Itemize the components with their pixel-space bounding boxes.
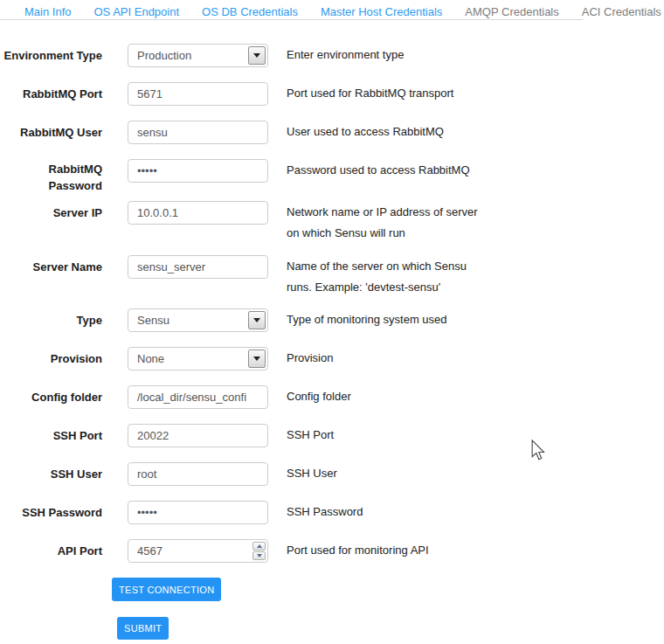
rabbitmq-port-input[interactable] <box>128 82 268 106</box>
field-control: None <box>128 347 287 370</box>
api-port-field <box>128 539 268 563</box>
ssh-password-label: SSH Password <box>0 501 128 524</box>
ssh-user-label: SSH User <box>0 462 128 486</box>
environment-type-help: Enter environment type <box>287 44 483 67</box>
spinner-up-icon[interactable] <box>252 542 266 551</box>
type-label: Type <box>0 308 128 332</box>
form-row: Config folder Config folder <box>0 385 664 409</box>
field-control <box>128 82 287 106</box>
api-port-help: Port used for monitoring API <box>287 539 483 563</box>
tab-os-api-endpoint[interactable]: OS API Endpoint <box>93 2 179 22</box>
field-control <box>128 121 287 144</box>
dropdown-arrow-icon[interactable] <box>248 46 266 65</box>
ssh-password-input[interactable] <box>128 501 268 524</box>
tab-bar: Main InfoOS API EndpointOS DB Credential… <box>0 0 664 24</box>
provision-select[interactable]: None <box>128 347 268 370</box>
form-row: RabbitMQ Port Port used for RabbitMQ tra… <box>0 82 664 106</box>
server-name-help: Name of the server on which Sensu runs. … <box>287 255 483 298</box>
dropdown-arrow-icon[interactable] <box>248 311 266 329</box>
environment-type-selected-value: Production <box>137 45 191 66</box>
monitoring-form: Environment Type Production Enter enviro… <box>0 24 664 640</box>
ssh-user-input[interactable] <box>128 462 268 486</box>
server-name-label: Server Name <box>0 255 128 298</box>
form-rows: Environment Type Production Enter enviro… <box>0 44 664 563</box>
field-control: Sensu <box>128 308 287 332</box>
ssh-password-help: SSH Password <box>287 501 483 524</box>
dropdown-arrow-icon[interactable] <box>248 350 266 368</box>
server-ip-input[interactable] <box>128 201 268 225</box>
form-row: Server IP Network name or IP address of … <box>0 201 664 244</box>
rabbitmq-port-label: RabbitMQ Port <box>0 82 128 106</box>
test-connection-button[interactable]: TEST CONNECTION <box>112 578 221 601</box>
spinner-down-icon[interactable] <box>252 551 266 560</box>
rabbitmq-user-help: User used to access RabbitMQ <box>287 121 483 144</box>
ssh-port-label: SSH Port <box>0 424 128 447</box>
submit-button[interactable]: SUBMIT <box>117 617 169 640</box>
form-row: Server Name Name of the server on which … <box>0 255 664 298</box>
field-control <box>128 159 287 194</box>
api-port-input[interactable] <box>128 539 268 563</box>
rabbitmq-user-input[interactable] <box>128 121 268 144</box>
field-control <box>128 501 287 524</box>
server-name-input[interactable] <box>128 255 268 279</box>
tab-amqp-credentials[interactable]: AMQP Credentials <box>465 2 558 22</box>
server-ip-label: Server IP <box>0 201 128 244</box>
form-row: SSH Port SSH Port <box>0 424 664 447</box>
server-ip-help: Network name or IP address of server on … <box>287 201 483 244</box>
rabbitmq-password-input[interactable] <box>128 159 268 183</box>
environment-type-label: Environment Type <box>0 44 128 67</box>
provision-help: Provision <box>287 347 483 370</box>
field-control <box>128 539 287 563</box>
field-control <box>128 462 287 486</box>
form-row: RabbitMQ User User used to access Rabbit… <box>0 121 664 144</box>
ssh-port-help: SSH Port <box>287 424 483 447</box>
config-folder-input[interactable] <box>128 385 268 409</box>
provision-label: Provision <box>0 347 128 370</box>
form-row: Type Sensu Type of monitoring system use… <box>0 308 664 332</box>
rabbitmq-password-help: Password used to access RabbitMQ <box>287 159 483 194</box>
form-row: RabbitMQ Password Password used to acces… <box>0 159 664 194</box>
field-control <box>128 385 287 409</box>
monitoring-settings-page: Main InfoOS API EndpointOS DB Credential… <box>0 0 664 644</box>
form-row: Provision None Provision <box>0 347 664 370</box>
environment-type-select[interactable]: Production <box>128 44 268 67</box>
config-folder-label: Config folder <box>0 385 128 409</box>
type-select[interactable]: Sensu <box>128 308 268 332</box>
rabbitmq-port-help: Port used for RabbitMQ transport <box>287 82 483 106</box>
field-control <box>128 424 287 447</box>
type-selected-value: Sensu <box>137 309 169 331</box>
number-spinner <box>252 542 266 560</box>
form-row: SSH User SSH User <box>0 462 664 486</box>
tabs: Main InfoOS API EndpointOS DB Credential… <box>0 0 664 24</box>
tab-main-info[interactable]: Main Info <box>24 2 71 22</box>
type-help: Type of monitoring system used <box>287 308 483 332</box>
ssh-user-help: SSH User <box>287 462 483 486</box>
tab-master-host-credentials[interactable]: Master Host Credentials <box>321 2 442 22</box>
field-control: Production <box>128 44 287 67</box>
form-row: API Port Port used for monitoring API <box>0 539 664 563</box>
config-folder-help: Config folder <box>287 385 483 409</box>
form-row: Environment Type Production Enter enviro… <box>0 44 664 67</box>
field-control <box>128 201 287 244</box>
form-row: SSH Password SSH Password <box>0 501 664 524</box>
tab-aci-credentials[interactable]: ACI Credentials <box>582 2 661 22</box>
ssh-port-input[interactable] <box>128 424 268 447</box>
field-control <box>128 255 287 298</box>
api-port-label: API Port <box>0 539 128 563</box>
tab-os-db-credentials[interactable]: OS DB Credentials <box>202 2 298 22</box>
rabbitmq-user-label: RabbitMQ User <box>0 121 128 144</box>
rabbitmq-password-label: RabbitMQ Password <box>0 159 128 194</box>
provision-selected-value: None <box>137 348 164 370</box>
